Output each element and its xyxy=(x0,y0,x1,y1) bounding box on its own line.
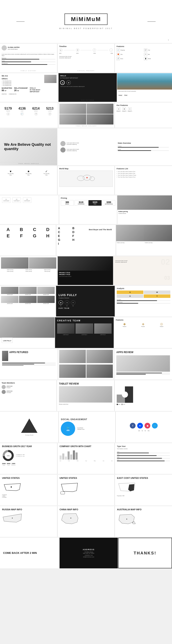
chart-labels: Jan Feb Mar Apr May Jun Jul xyxy=(60,460,113,462)
china-map-svg xyxy=(60,512,80,525)
alpha-grid-2: A B C D E F G H I xyxy=(58,226,86,245)
east-cost-stats: Population: 50M xyxy=(117,495,170,496)
collage-img-3 xyxy=(59,114,86,124)
luis-stats: ◆ 5k ★ 3k ♥ 8k xyxy=(59,300,112,306)
collage-img-4 xyxy=(87,114,113,124)
believe-heading: We Are Believe Quality not quantity xyxy=(4,142,53,151)
slide-person-2: Kalam parveg Kalam parveg xyxy=(116,225,172,256)
profile-name: GLOBAL MATRIX xyxy=(8,46,20,48)
social-icon-row: f Be ◉ 🐦 xyxy=(118,423,170,428)
team-cell-1: ADAM SLIM xyxy=(1,287,19,295)
number-card-3: 03 Lorem ipsum xyxy=(23,198,31,203)
team-member-name-2: ADAM SLIM xyxy=(19,294,37,295)
lois-name-badge: LOIS FULLY xyxy=(2,338,13,343)
usa-map-svg-2 xyxy=(60,480,80,495)
slide-china: CHINA MAP INFO xyxy=(58,506,115,537)
slide-image-collage: FREE IMAGE GALLERY xyxy=(58,103,114,128)
person-photo-left xyxy=(116,225,144,241)
slide-social-engagement: SOCIAL ENGAGEMENT 🐦 45k Social Media Fol… xyxy=(59,412,115,442)
donut-chart-svg: 72% xyxy=(2,449,14,462)
large-number-02: 02 xyxy=(161,258,170,266)
us-heading-1: UNITED STATES xyxy=(2,477,55,480)
slide-tablet-review: TABLET REVIEW Review content here xyxy=(57,380,114,411)
slide-comeback: COME BACK AFTER 2 MIN xyxy=(0,538,59,568)
letter-I2: I xyxy=(58,242,72,245)
star-icon: ★ xyxy=(76,48,79,52)
east-cost-heading: EAST COST UNITED STATES xyxy=(117,477,170,480)
row-10: LOIS FULLY PROFILE CREATIVE TEAM LUIS FU… xyxy=(0,317,172,348)
pricing-row: $99 BASIC $120 STANDARD $329 PRO $399 EN… xyxy=(61,200,115,206)
luis-name: LUIS FULLY xyxy=(59,294,112,297)
luis-icon-2: ★ xyxy=(65,300,69,305)
slide-person-list: Team Members ADAM SLIM Designer ADAM SLI… xyxy=(0,380,57,411)
icon-row-timeline: ♥ ★ ✓ → xyxy=(59,48,113,52)
creative-member-name-3: LUIS FULLY xyxy=(94,334,112,335)
svg-rect-12 xyxy=(61,492,65,494)
person-name-right: Kalam parveg xyxy=(144,241,172,244)
best-buyer-heading: Best Buyer and The World xyxy=(89,228,114,230)
slide-social-icons: f Be ◉ 🐦 10k 5k 8k 45k xyxy=(116,412,172,442)
row-2: GLOBAL MATRIX ROLE DEPARTMENT Lorem ipsu… xyxy=(0,44,172,72)
year-bars: 2014 2015 2016 2017 xyxy=(117,451,170,461)
slide-believe: We Are Believe Quality not quantity FREE… xyxy=(0,128,172,165)
team-name-1: Kalam parveg xyxy=(1,269,19,270)
creative-member-photo-3 xyxy=(94,324,112,334)
slide-triangle: Strategy Model xyxy=(0,412,58,442)
svg-point-3 xyxy=(86,177,88,178)
person-grid-1 xyxy=(59,350,86,363)
slide-profile: GLOBAL MATRIX ROLE DEPARTMENT Lorem ipsu… xyxy=(0,44,57,72)
donut-legend: ● Category A: 72% ● Category B: 28% xyxy=(16,454,25,457)
checklist-heading: Features List xyxy=(116,168,170,170)
team-photos-1 xyxy=(1,258,56,269)
large-number-03: 03 xyxy=(164,275,170,281)
feature-icon-3: ◎ xyxy=(128,107,131,110)
believe-avatar-1 xyxy=(60,141,66,146)
stat-label-1: BRAND xyxy=(5,110,12,112)
behance-icon: Be xyxy=(137,423,143,428)
row-16: RUSSIA MAP INFO CHINA MAP INFO AUSTRALIA… xyxy=(0,506,172,537)
facebook-icon: f xyxy=(130,423,135,428)
luis-icon-1: ◆ xyxy=(59,300,63,305)
letter-H2: H xyxy=(72,238,86,242)
slide-numbers-2: 01 Lorem ipsum 02 Lorem ipsum 03 Lorem i… xyxy=(0,196,59,224)
luis-icon-3: ♥ xyxy=(71,300,75,305)
slide-dark-thankyou: ADDRESS 123 Main StreetNew York, NY 1000… xyxy=(60,538,117,568)
bar-4 xyxy=(68,452,70,460)
thankyou-address: ADDRESS xyxy=(83,548,95,550)
map-heading: World Map xyxy=(59,168,113,170)
creative-member-name-2: LUIS FULLY xyxy=(76,334,93,335)
member-list: ADAM SLIM Designer ADAM SLIM Developer xyxy=(2,385,55,394)
team-member-name-4: ADAM SLIM xyxy=(1,303,19,304)
team-name-3: Kalam parveg xyxy=(38,269,56,270)
team-names-row-2: Kalam parveg Kalam parveg Table parveg xyxy=(1,271,56,272)
price-card-4: $399 ENTERPRISE xyxy=(102,200,115,206)
letter-F2: F xyxy=(72,234,86,238)
row-17: COME BACK AFTER 2 MIN ADDRESS 123 Main S… xyxy=(0,538,172,568)
check-icon: ✓ xyxy=(93,48,96,52)
stat-num-3: 6214 xyxy=(32,107,40,110)
slide-apps-review: APPS REVIEW xyxy=(114,349,172,380)
social-text: Social Media Followers count xyxy=(77,427,84,430)
believe-footer-label: FREE IMAGE SERVICE xyxy=(0,162,57,164)
slide-title: MiMiMuM MINIMAL BEST POWERPOINT 2017 1 xyxy=(0,0,172,43)
team-member-name-6: ADAM SLIM xyxy=(37,303,55,304)
company-heading: COMPANY GROTH WITH CHART xyxy=(60,445,113,448)
team-cell-2: ADAM SLIM xyxy=(19,287,37,295)
slide-numbers: 5179 BRAND ♥ 4136 CART 🛒 6214 BADGE ★ 52… xyxy=(0,103,58,128)
slide-luis-fully: LUIS FULLY Creative Director ◆ 5k ★ 3k ♥… xyxy=(56,286,115,316)
icon-check-2: ✓ xyxy=(43,170,49,173)
row-3: We Are Others ✓ Your Specility Here ✓ Yo… xyxy=(0,73,172,102)
us-heading-2: UNITED STATES xyxy=(60,477,113,480)
stat-num-4: 5213 xyxy=(46,107,54,110)
team-cell-5: ADAM SLIM xyxy=(19,296,37,304)
swot-o: O xyxy=(117,294,143,298)
row-15: UNITED STATES f facebook t twitter in li… xyxy=(0,475,172,506)
row-12: Team Members ADAM SLIM Designer ADAM SLI… xyxy=(0,380,172,411)
slide-company-chart: COMPANY GROTH WITH CHART Jan Feb Mar Apr… xyxy=(58,443,115,474)
feature-icon-1: ◈ xyxy=(117,107,120,110)
slide-icons-timeline: ♥ You Can Buy Here ★ You Can Buy Here ✓ … xyxy=(0,166,57,195)
slide-person-photos xyxy=(58,349,114,380)
timeline-heading: Timeline xyxy=(59,46,113,48)
svg-point-14 xyxy=(70,518,71,518)
subtitle: MINIMAL BEST POWERPOINT 2017 xyxy=(59,28,113,30)
